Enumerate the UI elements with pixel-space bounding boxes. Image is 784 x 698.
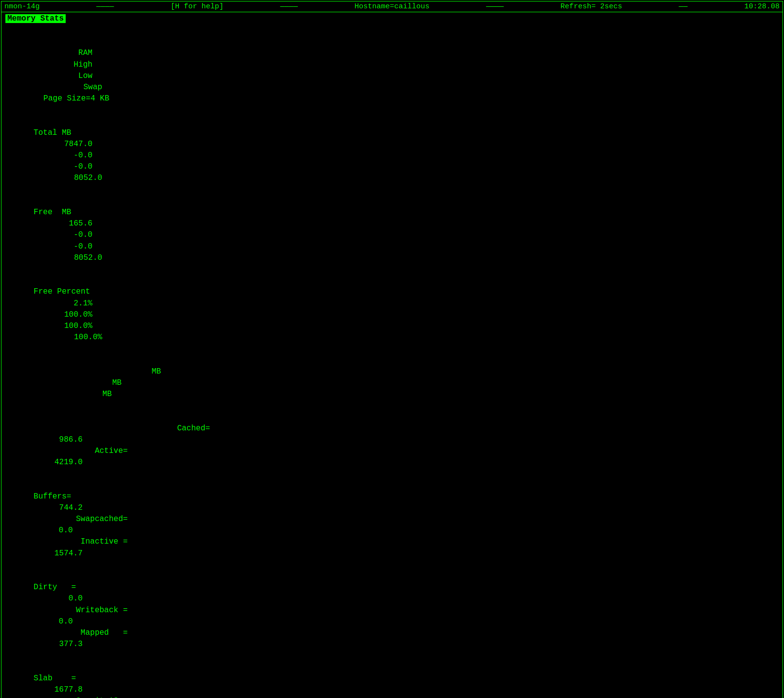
mb-subheader-row: MB MB MB: [5, 354, 779, 411]
swapcached-value: 0.0: [34, 525, 73, 536]
writeback-label: Writeback =: [34, 605, 132, 616]
cached-row: Cached= 986.6 Active= 4219.0: [5, 411, 779, 479]
total-mb-label: Total MB: [34, 127, 142, 139]
mem-col-headers: RAM High Low Swap Page Size=4 KB: [5, 25, 779, 116]
top-panel-content: Memory Stats RAM High Low Swap Page Size…: [1, 12, 783, 698]
mapped-value: 377.3: [34, 639, 83, 650]
top-header-bar: nmon-14g ———— [H for help] ———— Hostname…: [1, 1, 783, 12]
dirty-value: 0.0: [34, 593, 83, 604]
help-text: [H for help]: [171, 2, 223, 11]
free-mb-high: -0.0: [34, 229, 93, 241]
free-percent-low: 100.0%: [34, 321, 93, 332]
hostname-top: Hostname=caillous: [354, 2, 429, 11]
free-mb-row: Free MB 165.6 -0.0 -0.0 8052.0: [5, 196, 779, 275]
col-low: Low: [34, 71, 93, 82]
total-mb-row: Total MB 7847.0 -0.0 -0.0 8052.0: [5, 116, 779, 196]
refresh-top: Refresh= 2secs: [561, 2, 622, 11]
free-percent-high: 100.0%: [34, 309, 93, 321]
commitas-label: Commit_AS =: [34, 696, 132, 698]
total-mb-swap: 8052.0: [34, 173, 102, 184]
cached-value: 986.6: [34, 434, 83, 446]
col-ram: RAM: [34, 48, 93, 59]
total-mb-high: -0.0: [34, 150, 93, 161]
buffers-label: Buffers=: [34, 491, 112, 502]
total-mb-ram: 7847.0: [34, 139, 93, 150]
buffers-row: Buffers= 744.2 Swapcached= 0.0 Inactive …: [5, 480, 779, 571]
mb-left: MB: [34, 366, 161, 377]
free-mb-swap: 8052.0: [34, 252, 102, 264]
free-percent-row: Free Percent 2.1% 100.0% 100.0% 100.0%: [5, 275, 779, 354]
mb-right: MB: [34, 389, 181, 400]
total-mb-low: -0.0: [34, 161, 93, 173]
free-percent-label: Free Percent: [34, 286, 142, 298]
inactive-value: 1574.7: [34, 548, 83, 559]
top-panel: nmon-14g ———— [H for help] ———— Hostname…: [1, 1, 783, 698]
slab-value: 1677.8: [34, 684, 83, 696]
mb-mid: MB: [34, 377, 200, 389]
app-name-top: nmon-14g: [4, 2, 40, 11]
buffers-value: 744.2: [34, 502, 83, 514]
col-swap: Swap: [34, 82, 102, 93]
memory-stats-title: Memory Stats: [5, 14, 66, 23]
header-dashes1: ————: [97, 2, 114, 11]
slab-row: Slab = 1677.8 Commit_AS = 12623.5 PageTa…: [5, 662, 779, 698]
header-dashes3: ————: [486, 2, 504, 11]
mapped-label: Mapped =: [34, 627, 132, 639]
swapcached-label: Swapcached=: [34, 514, 132, 525]
col-high: High: [34, 59, 93, 71]
active-label: Active=: [34, 446, 132, 457]
free-mb-low: -0.0: [34, 241, 93, 252]
header-dashes4: ——: [679, 2, 687, 11]
inactive-label: Inactive =: [34, 536, 132, 548]
free-mb-ram: 165.6: [34, 218, 93, 229]
free-percent-ram: 2.1%: [34, 298, 93, 309]
col-page-size: Page Size=4 KB: [34, 93, 132, 104]
header-dashes2: ————: [280, 2, 298, 11]
dirty-row: Dirty = 0.0 Writeback = 0.0 Mapped = 377…: [5, 571, 779, 662]
cached-label: Cached=: [34, 423, 210, 434]
writeback-value: 0.0: [34, 616, 73, 627]
slab-label: Slab =: [34, 673, 112, 684]
free-mb-label: Free MB: [34, 207, 142, 218]
time-top: 10:28.08: [744, 2, 780, 11]
dirty-label: Dirty =: [34, 582, 112, 593]
free-percent-swap: 100.0%: [34, 332, 102, 343]
active-value: 4219.0: [34, 457, 83, 468]
